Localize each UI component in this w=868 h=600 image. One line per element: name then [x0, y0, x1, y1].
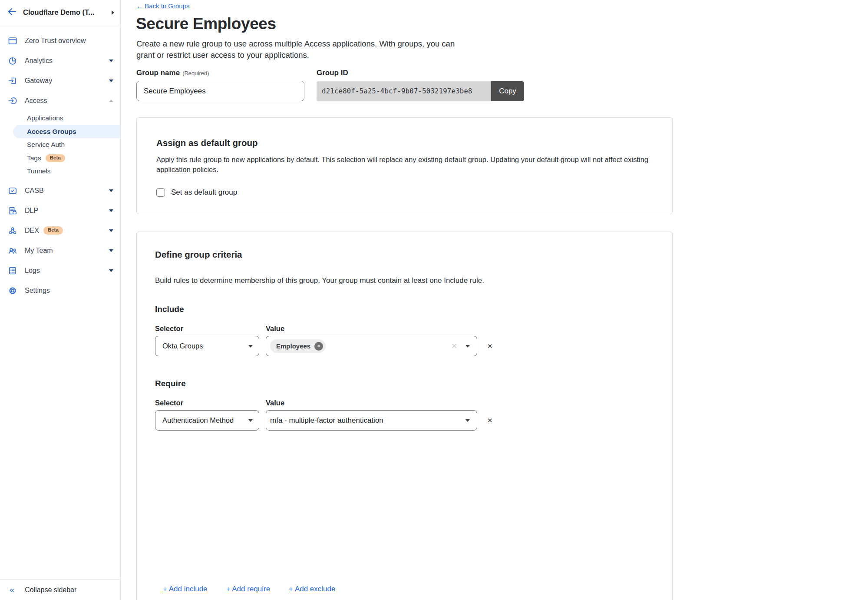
criteria-card: Define group criteria Build rules to det…: [136, 232, 673, 600]
require-heading: Require: [155, 379, 654, 388]
network-cluster-icon: [7, 225, 18, 236]
require-value-dropdown[interactable]: mfa - multiple-factor authentication: [266, 410, 477, 431]
criteria-card-title: Define group criteria: [155, 249, 654, 260]
sidebar-item-service-auth[interactable]: Service Auth: [0, 138, 120, 152]
sidebar-item-analytics[interactable]: Analytics: [0, 51, 120, 71]
sidebar-item-label: Access: [25, 97, 47, 105]
chevron-up-icon: [109, 99, 113, 102]
chevron-down-icon: [109, 209, 113, 212]
page-description: Create a new rule group to use across mu…: [136, 38, 471, 61]
include-selector-label: Selector: [155, 325, 266, 333]
group-id-value: d21ce80f-5a25-4bcf-9b07-5032197e3be8: [317, 81, 491, 101]
sidebar: Cloudflare Demo (T... Zero Trust overvie…: [0, 0, 121, 600]
back-to-groups-link[interactable]: ← Back to Groups: [136, 2, 190, 10]
chevron-down-icon: [248, 345, 253, 348]
chevron-down-icon: [109, 60, 113, 62]
include-value-label: Value: [266, 325, 284, 333]
value-chip: Employees ✕: [270, 339, 326, 353]
sidebar-item-dex[interactable]: DEX Beta: [0, 221, 120, 241]
sidebar-item-tunnels[interactable]: Tunnels: [0, 165, 120, 178]
group-name-input[interactable]: [136, 81, 304, 101]
clear-values-button[interactable]: ✕: [452, 342, 457, 350]
chevron-down-icon: [465, 419, 470, 422]
document-lock-icon: [7, 206, 18, 216]
require-selector-label: Selector: [155, 399, 266, 407]
sidebar-item-tags[interactable]: Tags Beta: [0, 152, 120, 165]
chevron-down-icon: [109, 249, 113, 252]
people-icon: [7, 245, 18, 256]
beta-badge: Beta: [46, 154, 65, 162]
require-selector-dropdown[interactable]: Authentication Method: [155, 410, 259, 431]
chevron-down-icon: [109, 229, 113, 232]
include-value-multiselect[interactable]: Employees ✕ ✕: [266, 336, 477, 356]
sidebar-item-settings[interactable]: Settings: [0, 281, 120, 301]
sidebar-item-label: Settings: [25, 287, 50, 295]
sidebar-item-label: DLP: [25, 207, 38, 215]
sidebar-nav: Zero Trust overview Analytics Gateway: [0, 25, 120, 301]
main-content: ← Back to Groups Secure Employees Create…: [121, 0, 868, 600]
add-require-link[interactable]: + Add require: [226, 585, 271, 593]
remove-require-rule-button[interactable]: ✕: [487, 417, 493, 424]
sidebar-item-zero-trust-overview[interactable]: Zero Trust overview: [0, 31, 120, 51]
require-selector-value: Authentication Method: [162, 416, 248, 424]
require-value-label: Value: [266, 399, 284, 407]
sidebar-item-label: Tags: [27, 154, 41, 162]
include-selector-value: Okta Groups: [162, 342, 248, 350]
account-title: Cloudflare Demo (T...: [23, 8, 112, 17]
default-card-body: Apply this rule group to new application…: [156, 155, 655, 175]
chip-remove-button[interactable]: ✕: [314, 342, 323, 351]
set-default-label: Set as default group: [171, 188, 237, 197]
group-id-label: Group ID: [317, 69, 348, 77]
casb-icon: [7, 186, 18, 196]
sidebar-item-applications[interactable]: Applications: [0, 112, 120, 125]
sidebar-item-label: Tunnels: [27, 167, 51, 175]
sidebar-item-logs[interactable]: Logs: [0, 261, 120, 281]
criteria-card-body: Build rules to determine membership of t…: [155, 275, 633, 285]
sidebar-item-gateway[interactable]: Gateway: [0, 71, 120, 91]
sidebar-item-label: My Team: [25, 247, 53, 255]
sidebar-item-label: Applications: [27, 114, 63, 122]
access-submenu: Applications Access Groups Service Auth …: [0, 111, 120, 181]
chevron-down-icon: [109, 80, 113, 82]
group-name-label: Group name(Required): [136, 69, 209, 77]
collapse-label: Collapse sidebar: [25, 586, 76, 594]
add-exclude-link[interactable]: + Add exclude: [289, 585, 335, 593]
chevron-down-icon: [248, 419, 253, 422]
sidebar-item-label: Access Groups: [27, 128, 76, 136]
chevron-down-icon: [109, 189, 113, 192]
page-title: Secure Employees: [136, 15, 276, 33]
sidebar-item-label: Gateway: [25, 77, 52, 85]
beta-badge: Beta: [43, 226, 63, 235]
sidebar-item-casb[interactable]: CASB: [0, 181, 120, 201]
default-group-card: Assign as default group Apply this rule …: [136, 117, 673, 214]
sidebar-item-label: Logs: [25, 267, 40, 275]
sidebar-item-label: CASB: [25, 187, 44, 195]
remove-include-rule-button[interactable]: ✕: [487, 342, 493, 350]
collapse-sidebar-button[interactable]: « Collapse sidebar: [0, 579, 120, 600]
chevron-down-icon: [465, 345, 470, 348]
gateway-icon: [7, 76, 18, 86]
list-icon: [7, 265, 18, 276]
chip-label: Employees: [276, 342, 310, 350]
required-hint: (Required): [182, 70, 209, 76]
pie-chart-icon: [7, 56, 18, 66]
include-rule-row: Okta Groups Employees ✕ ✕ ✕: [155, 336, 654, 356]
include-selector-dropdown[interactable]: Okta Groups: [155, 336, 259, 356]
sidebar-item-access[interactable]: Access: [0, 91, 120, 111]
account-switcher[interactable]: Cloudflare Demo (T...: [0, 0, 120, 25]
back-arrow-icon[interactable]: [7, 7, 17, 19]
require-value-text: mfa - multiple-factor authentication: [270, 416, 457, 425]
sidebar-item-label: Service Auth: [27, 141, 65, 149]
window-icon: [7, 36, 18, 46]
set-default-checkbox[interactable]: [156, 188, 165, 197]
default-card-title: Assign as default group: [156, 138, 653, 148]
sidebar-item-dlp[interactable]: DLP: [0, 201, 120, 221]
copy-button[interactable]: Copy: [491, 81, 524, 101]
collapse-icon: «: [10, 585, 14, 595]
sidebar-item-access-groups[interactable]: Access Groups: [13, 125, 120, 139]
sidebar-item-label: DEX: [25, 227, 39, 235]
gear-icon: [7, 285, 18, 296]
add-include-link[interactable]: + Add include: [163, 585, 208, 593]
sidebar-item-my-team[interactable]: My Team: [0, 241, 120, 261]
sidebar-item-label: Zero Trust overview: [25, 37, 86, 45]
